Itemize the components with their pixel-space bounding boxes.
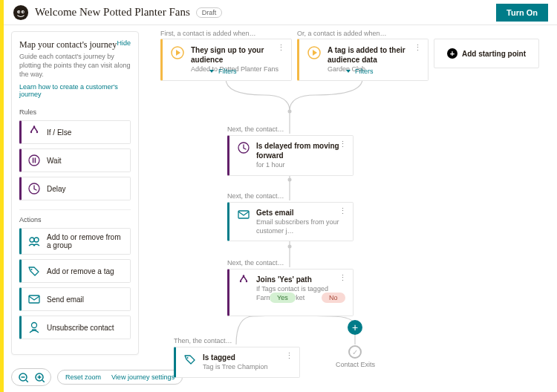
plus-icon: + (447, 48, 457, 59)
path-label-no[interactable]: No (322, 293, 345, 303)
rules-section-label: Rules (19, 108, 131, 116)
zoom-out-button[interactable] (18, 372, 28, 382)
hide-sidebar-button[interactable]: Hide (117, 39, 131, 47)
add-start-label: Add starting point (462, 50, 526, 58)
node-sub: for 1 hour (256, 161, 347, 170)
palette-label: If / Else (47, 128, 71, 137)
node-title: They sign up to your audience (191, 45, 285, 65)
sidebar-subtitle: Guide each contact's journey by plotting… (19, 53, 131, 79)
palette-rule-delay[interactable]: Delay (19, 177, 131, 200)
sidebar-title: Map your contact's journey (19, 39, 117, 50)
play-icon (307, 45, 322, 60)
palette-label: Wait (47, 157, 62, 165)
palette-label: Delay (47, 185, 66, 193)
header: Welcome New Potted Planter Fans Draft Tu… (4, 0, 557, 25)
hint-next: Next, the contact… (227, 192, 284, 200)
svg-point-28 (288, 245, 292, 249)
node-menu-button[interactable]: ⋮ (284, 352, 295, 360)
svg-point-27 (288, 178, 292, 182)
page-title: Welcome New Potted Planter Fans (35, 6, 190, 19)
hint-next: Next, the contact… (227, 259, 284, 267)
node-tagged[interactable]: Is tagged Tag is Tree Champion ⋮ (174, 347, 300, 378)
svg-point-26 (288, 110, 292, 114)
node-sub: Garden Club (328, 65, 422, 74)
node-menu-button[interactable]: ⋮ (412, 44, 423, 52)
node-menu-button[interactable]: ⋮ (337, 207, 348, 215)
palette-label: Add or remove a tag (47, 267, 114, 275)
svg-point-21 (13, 4, 28, 19)
exit-icon: ✓ (348, 345, 362, 359)
hint-then: Then, the contact… (174, 337, 232, 344)
hint-next: Next, the contact… (227, 125, 284, 133)
tag-icon (183, 353, 197, 366)
palette-action-unsubscribe[interactable]: Unsubscribe contact (19, 316, 131, 339)
palette-action-tag[interactable]: Add or remove a tag (19, 259, 131, 283)
node-sub: Added to Potted Planter Fans (191, 65, 285, 74)
node-title: Is delayed from moving forward (256, 141, 347, 160)
mail-icon (237, 208, 250, 221)
hint-or: Or, a contact is added when… (297, 30, 387, 37)
mailchimp-logo (13, 4, 29, 21)
split-icon (27, 125, 41, 139)
node-title: A tag is added to their audience data (328, 45, 422, 65)
node-delay[interactable]: Is delayed from moving forward for 1 hou… (227, 135, 354, 176)
palette-action-email[interactable]: Send email (19, 287, 131, 311)
palette-label: Unsubscribe contact (47, 324, 114, 332)
unsub-icon (27, 321, 41, 334)
add-step-button[interactable]: + (348, 320, 362, 335)
node-title: Gets email (256, 208, 347, 218)
node-sub: Email subscribers from your customer j… (256, 218, 347, 235)
node-title: Joins 'Yes' path (256, 275, 347, 284)
palette-label: Send email (47, 295, 84, 304)
palette-rule-ifelse[interactable]: If / Else (19, 120, 131, 144)
palette-label: Add to or remove from a group (47, 233, 124, 249)
actions-section-label: Actions (19, 209, 131, 223)
svg-point-25 (22, 11, 24, 13)
svg-point-24 (19, 11, 20, 13)
node-title: Is tagged (203, 353, 268, 362)
clock-icon (27, 182, 41, 195)
palette-action-group[interactable]: Add to or remove from a group (19, 228, 131, 255)
node-sub: Tag is Tree Champion (203, 363, 268, 372)
hint-first: First, a contact is added when… (160, 30, 256, 37)
filters-link[interactable]: Filters (209, 68, 237, 75)
node-email[interactable]: Gets email Email subscribers from your c… (227, 202, 354, 241)
node-menu-button[interactable]: ⋮ (337, 140, 348, 148)
sidebar-panel: Map your contact's journey Hide Guide ea… (11, 31, 139, 355)
reset-zoom-button[interactable]: Reset zoom (65, 373, 101, 381)
turn-on-button[interactable]: Turn On (496, 4, 548, 22)
split-icon (237, 275, 250, 288)
status-badge: Draft (196, 7, 223, 18)
path-label-yes[interactable]: Yes (270, 293, 296, 303)
play-icon (170, 45, 185, 60)
tag-icon (27, 264, 41, 278)
clock-icon (237, 141, 250, 154)
exit-label: Contact Exits (336, 361, 375, 368)
node-menu-button[interactable]: ⋮ (337, 274, 348, 282)
filters-link[interactable]: Filters (346, 68, 374, 75)
group-icon (27, 235, 41, 248)
pause-icon (27, 154, 41, 167)
zoom-in-button[interactable] (34, 372, 45, 382)
add-starting-point-button[interactable]: + Add starting point (434, 39, 539, 68)
learn-link[interactable]: Learn how to create a customer's journey (19, 83, 131, 98)
node-menu-button[interactable]: ⋮ (276, 44, 287, 52)
journey-canvas[interactable]: First, a contact is added when… Or, a co… (149, 25, 557, 392)
palette-rule-wait[interactable]: Wait (19, 148, 131, 172)
mail-icon (27, 293, 41, 306)
